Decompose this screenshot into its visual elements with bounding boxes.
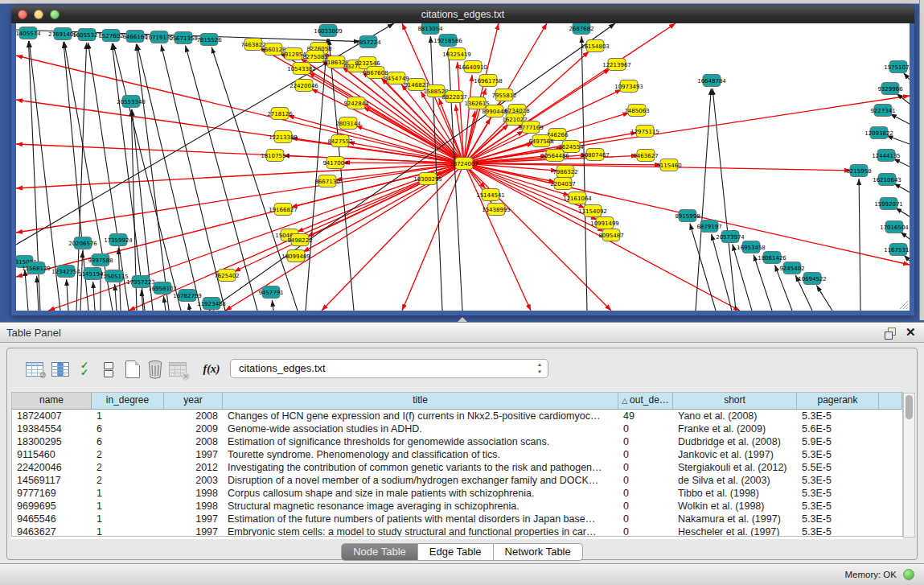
- table-cell[interactable]: Stergiakouli et al. (2012): [673, 461, 797, 474]
- graph-edge[interactable]: [886, 135, 910, 144]
- table-row[interactable]: 977716911998Corpus callosum shape and si…: [12, 487, 902, 500]
- table-cell[interactable]: 0: [618, 461, 673, 474]
- table-cell[interactable]: Yano et al. (2008): [673, 410, 797, 422]
- column-header-year[interactable]: year: [164, 393, 223, 409]
- table-row[interactable]: 1830029562008Estimation of significance …: [12, 435, 902, 448]
- tab-edge-table[interactable]: Edge Table: [418, 543, 494, 561]
- table-cell[interactable]: Tibbo et al. (1998): [673, 487, 797, 500]
- graph-edge[interactable]: [696, 89, 711, 311]
- column-header-title[interactable]: title: [223, 393, 618, 409]
- table-cell[interactable]: 18300295: [12, 435, 92, 448]
- graph-edge[interactable]: [890, 114, 910, 124]
- table-cell[interactable]: 2009: [164, 422, 223, 435]
- table-cell[interactable]: 2008: [164, 435, 223, 448]
- graph-edge[interactable]: [189, 303, 190, 311]
- table-cell[interactable]: 22420046: [12, 461, 92, 474]
- table-cell[interactable]: Corpus callosum shape and size in male p…: [223, 487, 618, 500]
- graph-node[interactable]: 17359924: [104, 234, 133, 246]
- table-cell[interactable]: 0: [618, 435, 673, 448]
- table-cell[interactable]: 0: [618, 448, 673, 461]
- graph-node[interactable]: 8667130: [314, 175, 339, 187]
- graph-node[interactable]: 7986322: [552, 166, 577, 178]
- table-cell[interactable]: 1998: [164, 500, 223, 513]
- graph-node[interactable]: 6879197: [696, 220, 721, 233]
- graph-node[interactable]: 11923488: [197, 298, 226, 310]
- graph-edge[interactable]: [896, 208, 910, 216]
- graph-edge[interactable]: [137, 44, 201, 311]
- graph-edge[interactable]: [897, 93, 910, 104]
- graph-edge[interactable]: [25, 270, 28, 311]
- graph-edge[interactable]: [816, 285, 832, 311]
- table-scrollbar[interactable]: [903, 393, 915, 538]
- graph-edge[interactable]: [449, 48, 462, 311]
- graph-node[interactable]: 15992071: [874, 198, 903, 210]
- graph-edge[interactable]: [67, 279, 68, 311]
- graph-node[interactable]: 16210643: [873, 174, 901, 186]
- table-row[interactable]: 946554611997Estimation of the future num…: [12, 513, 902, 525]
- table-cell[interactable]: Nakamura et al. (1997): [673, 513, 797, 525]
- column-header-pagerank[interactable]: pagerank: [797, 393, 879, 409]
- graph-edge[interactable]: [713, 89, 736, 311]
- graph-node[interactable]: 1527602: [98, 30, 123, 42]
- table-cell[interactable]: 1997: [164, 448, 223, 461]
- table-row[interactable]: 1938455462009Genome-wide association stu…: [12, 422, 902, 435]
- column-header-in_degree[interactable]: in_degree: [92, 393, 164, 409]
- graph-edge[interactable]: [904, 73, 910, 80]
- table-cell[interactable]: 0: [618, 474, 673, 487]
- graph-node[interactable]: 8915998: [675, 210, 700, 222]
- graph-node[interactable]: 8813054: [417, 23, 443, 35]
- table-cell[interactable]: 14569117: [12, 474, 92, 487]
- tab-node-table[interactable]: Node Table: [341, 543, 418, 561]
- network-window-titlebar[interactable]: citations_edges.txt: [11, 6, 914, 23]
- table-cell[interactable]: 2: [92, 448, 164, 461]
- memory-status-icon[interactable]: [903, 569, 914, 580]
- table-cell[interactable]: Wolkin et al. (1998): [673, 500, 797, 513]
- table-cell[interactable]: Tourette syndrome. Phenomenology and cla…: [223, 448, 618, 461]
- graph-node[interactable]: 6497568: [528, 135, 553, 147]
- graph-node[interactable]: 11675318: [884, 244, 910, 256]
- table-cell[interactable]: 5.3E-5: [797, 474, 879, 487]
- graph-edge[interactable]: [209, 23, 615, 311]
- graph-node[interactable]: 12093822: [864, 127, 893, 139]
- column-header-name[interactable]: name: [12, 393, 92, 409]
- graph-node[interactable]: 8095487: [598, 229, 623, 241]
- graph-node[interactable]: 1405574: [16, 27, 41, 39]
- graph-node[interactable]: 15751074: [884, 61, 910, 73]
- graph-node[interactable]: 9397588: [88, 254, 113, 266]
- graph-node[interactable]: 9329966: [877, 83, 903, 95]
- table-cell[interactable]: 2003: [164, 474, 223, 487]
- graph-node[interactable]: 16961758: [474, 75, 503, 87]
- graph-edge[interactable]: [894, 183, 910, 192]
- graph-node[interactable]: 16033809: [314, 25, 343, 37]
- graph-svg[interactable]: 1872400714055742769140616055327152760264…: [16, 23, 910, 311]
- float-window-icon[interactable]: [885, 328, 896, 339]
- graph-edge[interactable]: [904, 255, 910, 261]
- tab-network-table[interactable]: Network Table: [494, 543, 583, 561]
- table-cell[interactable]: 2: [92, 474, 164, 487]
- graph-node[interactable]: 6466160: [122, 31, 147, 43]
- graph-node[interactable]: 18061426: [758, 252, 786, 264]
- graph-node[interactable]: 9245402: [779, 262, 804, 274]
- graph-node[interactable]: 18107554: [261, 150, 290, 162]
- graph-edge[interactable]: [115, 284, 117, 311]
- graph-node[interactable]: 17016504: [880, 221, 909, 233]
- graph-node[interactable]: 19218586: [433, 35, 462, 47]
- table-cell[interactable]: Genome-wide association studies in ADHD.: [223, 422, 618, 435]
- graph-node[interactable]: 20573974: [716, 231, 745, 243]
- graph-edge[interactable]: [93, 282, 95, 311]
- graph-node[interactable]: 10543382: [287, 63, 316, 75]
- graph-edge[interactable]: [163, 296, 166, 311]
- graph-node[interactable]: 9227341: [870, 105, 895, 117]
- graph-node[interactable]: 9463627: [633, 150, 658, 162]
- delete-table-button[interactable]: ✕: [166, 358, 189, 381]
- table-cell[interactable]: 5.6E-5: [797, 422, 879, 435]
- table-cell[interactable]: 5.3E-5: [797, 500, 879, 513]
- graph-node[interactable]: 12975115: [630, 126, 659, 138]
- graph-edge[interactable]: [322, 163, 464, 311]
- table-cell[interactable]: 5.3E-5: [797, 487, 879, 500]
- graph-edge[interactable]: [733, 245, 752, 311]
- select-rows-button[interactable]: ✓✓: [73, 358, 96, 381]
- graph-edge[interactable]: [581, 36, 587, 311]
- graph-node[interactable]: 7857224: [355, 36, 381, 48]
- graph-node[interactable]: 12444135: [872, 150, 901, 162]
